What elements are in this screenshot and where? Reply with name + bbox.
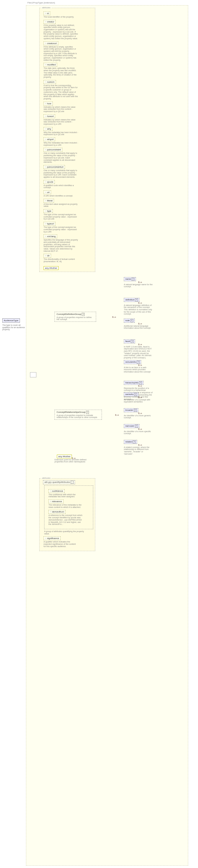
extension-label: Flex1PropType (extension): [27, 1, 55, 4]
extension-box: attributes idThe local identifier of the…: [26, 5, 188, 6]
